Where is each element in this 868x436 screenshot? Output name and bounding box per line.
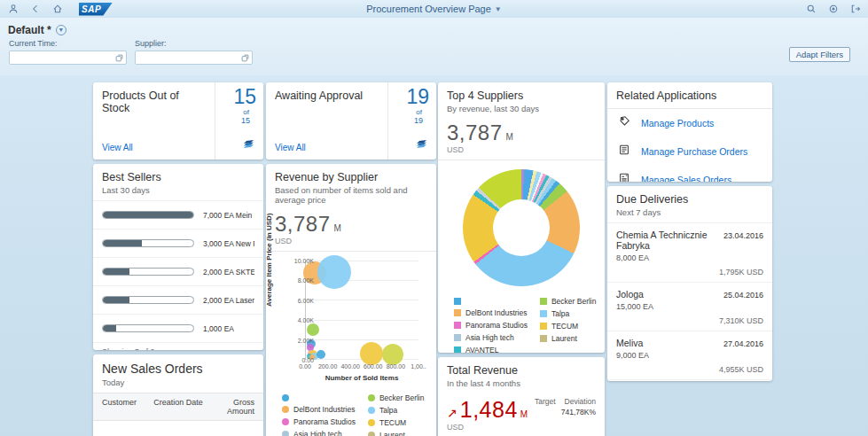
donut-chart[interactable] <box>463 169 580 286</box>
card-best-sellers[interactable]: Best Sellers Last 30 days 7,000 EA Mein … <box>93 164 263 350</box>
kpi-unit: M <box>506 132 513 142</box>
logout-icon[interactable] <box>849 4 861 15</box>
delivery-date: 25.04.2016 <box>723 291 763 300</box>
target-label: Target <box>535 397 556 406</box>
legend-label: DelBont Industries <box>293 405 355 414</box>
card-new-sales-orders[interactable]: New Sales Orders Today Customer Creation… <box>93 354 263 436</box>
kpi-unit: M <box>334 223 341 233</box>
kpi-count: 15 <box>233 87 256 107</box>
card-related-applications: Related Applications Manage Products Man… <box>607 82 772 182</box>
supplier-label: Supplier: <box>135 39 253 48</box>
copilot-icon[interactable] <box>827 4 839 15</box>
card-subtitle: Today <box>102 378 254 387</box>
card-subtitle: Based on number of items sold and averag… <box>275 185 427 205</box>
x-axis-label: Number of Sold Items <box>305 374 418 382</box>
delivery-amount: 4,955K USD <box>616 365 763 374</box>
legend-marker-icon <box>454 322 461 329</box>
best-seller-row[interactable]: 2,000 EA SKTEST <box>93 257 263 285</box>
legend-item: TECUM <box>368 418 427 427</box>
divider <box>266 251 436 252</box>
best-seller-row[interactable]: 1,000 EA <box>93 314 263 342</box>
card-subtitle: Last 30 days <box>102 185 254 195</box>
legend-item: Panorama Studios <box>454 321 528 330</box>
data-bubble[interactable] <box>382 344 403 365</box>
card-awaiting-approval[interactable]: Awaiting Approval View All 19 of 19 <box>266 82 436 160</box>
legend-label: Talpa <box>551 309 569 318</box>
home-icon[interactable] <box>51 4 63 15</box>
y-axis-tick: 8.00K <box>298 277 314 284</box>
legend-marker-icon <box>282 406 289 413</box>
link-manage-products[interactable]: Manage Products <box>607 109 772 137</box>
delivery-quantity: 15,000 EA <box>616 302 763 311</box>
back-icon[interactable] <box>29 4 41 15</box>
bubble-chart[interactable]: Average Item Price (in USD) 0.002.00K4.0… <box>266 255 436 390</box>
supplier-input[interactable] <box>135 51 253 65</box>
delivery-item[interactable]: Chemia A Technicznie Fabryka23.04.20168,… <box>607 222 772 282</box>
legend-label: Asia High tech <box>465 333 514 342</box>
bar-track <box>102 296 194 304</box>
legend-marker-icon <box>282 418 289 425</box>
best-seller-label: 2,000 EA Laser Alr... <box>203 296 254 305</box>
page-title[interactable]: Procurement Overview Page ▼ <box>366 4 502 14</box>
delivery-name: Chemia A Technicznie Fabryka <box>616 230 723 251</box>
variant-chevron-icon: ▾ <box>56 25 66 35</box>
legend-marker-icon <box>368 407 375 414</box>
donut-hole <box>493 199 550 256</box>
x-axis-tick: 1,00.. <box>411 363 426 370</box>
view-all-link[interactable]: View All <box>102 143 206 152</box>
data-bubble[interactable] <box>317 350 325 359</box>
search-icon[interactable] <box>805 4 817 15</box>
legend-label: Talpa <box>379 406 397 415</box>
current-time-input[interactable] <box>9 51 127 65</box>
delivery-quantity: 9,000 EA <box>616 351 763 360</box>
link-manage-purchase-orders[interactable]: Manage Purchase Orders <box>607 137 772 166</box>
user-icon[interactable] <box>7 4 19 15</box>
data-bubble[interactable] <box>317 255 351 289</box>
card-total-revenue[interactable]: Total Revenue In the last 4 months ↗ 1,4… <box>438 357 605 436</box>
column-creation-date: Creation Date <box>150 398 207 416</box>
best-seller-row[interactable]: 2,000 EA Laser Alr... <box>93 285 263 314</box>
delivery-item[interactable]: Jologa25.04.201615,000 EA7,310K USD <box>607 282 772 331</box>
gridline <box>306 300 418 300</box>
link-manage-sales-orders[interactable]: Manage Sales Orders <box>607 166 772 182</box>
card-title: Top 4 Suppliers <box>447 90 596 102</box>
variant-selector[interactable]: Default * ▾ <box>8 24 66 36</box>
card-top-4-suppliers[interactable]: Top 4 Suppliers By revenue, last 30 days… <box>438 82 605 353</box>
donut-legend: DelBont IndustriesPanorama StudiosAsia H… <box>438 293 605 353</box>
delivery-item[interactable]: Meliva27.04.20169,000 EA4,955K USD <box>607 331 772 379</box>
link-label: Manage Sales Orders <box>641 175 731 182</box>
best-seller-label: 7,000 EA Mein neue... <box>203 211 254 220</box>
gridline <box>306 320 418 321</box>
data-bubble[interactable] <box>307 323 319 336</box>
legend-label: TECUM <box>379 418 406 427</box>
purchase-order-icon <box>618 144 630 160</box>
best-seller-row[interactable]: 7,000 EA Mein neue... <box>93 200 263 229</box>
kpi-total: 15 <box>241 116 250 125</box>
gridline <box>306 339 418 340</box>
kpi-of-label: of <box>243 108 249 116</box>
delivery-amount: 1,795K USD <box>616 268 763 276</box>
value-help-icon[interactable] <box>241 54 249 62</box>
deviation-label: Deviation <box>565 397 596 406</box>
view-all-link[interactable]: View All <box>275 143 379 152</box>
kpi-of-label: of <box>416 108 422 116</box>
legend-label: AVANTEL <box>465 346 498 353</box>
best-seller-label: 3,000 EA New Prod... <box>203 239 254 248</box>
sales-order-icon <box>618 172 630 182</box>
legend-marker-icon <box>454 346 461 353</box>
table-header: Customer Creation Date Gross Amount <box>93 393 263 421</box>
legend-item <box>282 393 356 401</box>
adapt-filters-button[interactable]: Adapt Filters <box>789 47 850 62</box>
stacked-layers-icon <box>241 137 256 154</box>
best-seller-row[interactable]: 3,000 EA New Prod... <box>93 229 263 257</box>
card-products-out-of-stock[interactable]: Products Out of Stock View All 15 of 15 <box>93 82 263 160</box>
data-bubble[interactable] <box>360 342 383 365</box>
card-due-deliveries[interactable]: Due Deliveries Next 7 days Chemia A Tech… <box>607 186 772 381</box>
card-revenue-by-supplier[interactable]: Revenue by Supplier Based on number of i… <box>266 164 436 436</box>
delivery-row: Chemia A Technicznie Fabryka23.04.2016 <box>616 230 763 251</box>
x-axis-tick: 600.00 <box>364 363 382 370</box>
filter-bar: Default * ▾ Current Time: Supplier: Adap… <box>0 18 868 75</box>
value-help-icon[interactable] <box>115 54 123 62</box>
current-time-label: Current Time: <box>9 39 127 48</box>
card-title: Related Applications <box>616 90 763 102</box>
